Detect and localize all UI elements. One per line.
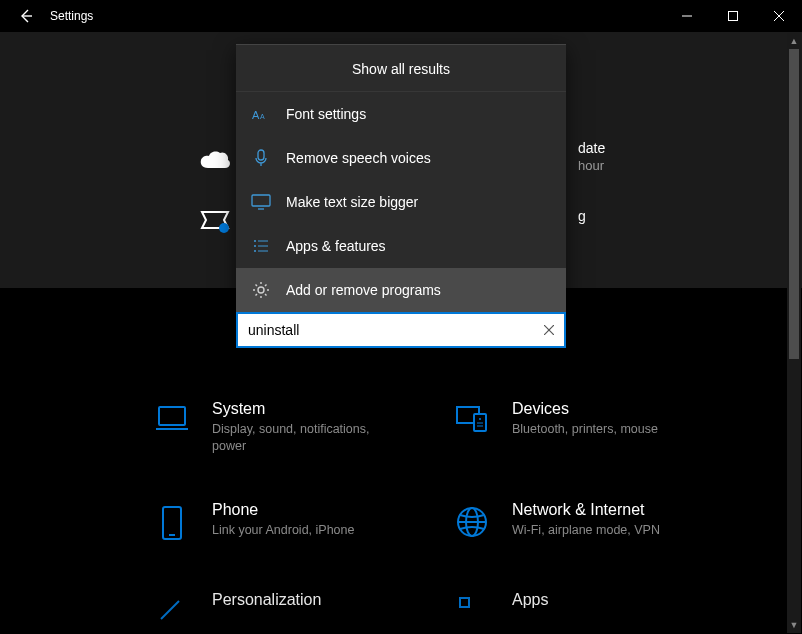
phone-icon [152,501,192,545]
titlebar: Settings [0,0,802,32]
tile-desc: Display, sound, notifications, power [212,421,392,455]
tile-phone[interactable]: Phone Link your Android, iPhone [152,501,452,545]
search-box[interactable] [236,312,566,348]
browsing-peek: g [578,208,586,224]
result-label: Make text size bigger [286,194,418,210]
laptop-icon [152,400,192,444]
svg-point-31 [479,418,481,420]
tile-desc: Link your Android, iPhone [212,522,354,539]
categories-grid: System Display, sound, notifications, po… [152,400,742,634]
back-button[interactable] [6,0,46,32]
mic-icon [250,147,272,169]
scroll-thumb[interactable] [789,49,799,359]
result-label: Font settings [286,106,366,122]
minimize-button[interactable] [664,0,710,32]
result-text-size[interactable]: Make text size bigger [236,180,566,224]
window-title: Settings [50,9,93,23]
onedrive-peek [198,148,232,170]
svg-rect-8 [252,195,270,206]
devices-icon [452,400,492,444]
tile-devices[interactable]: Devices Bluetooth, printers, mouse [452,400,752,455]
svg-text:A: A [260,113,265,120]
vertical-scrollbar[interactable]: ▲ ▼ [787,33,801,633]
maximize-icon [728,11,738,21]
font-icon: AA [250,103,272,125]
search-input[interactable] [238,322,534,338]
svg-rect-7 [258,150,264,160]
clear-search-button[interactable] [534,314,564,346]
maximize-button[interactable] [710,0,756,32]
result-remove-speech[interactable]: Remove speech voices [236,136,566,180]
show-all-results[interactable]: Show all results [236,45,566,92]
tile-label: Apps [512,591,548,609]
peek-text-3: g [578,208,586,224]
close-button[interactable] [756,0,802,32]
tile-desc: Wi-Fi, airplane mode, VPN [512,522,660,539]
tile-personalization[interactable]: Personalization [152,591,452,634]
svg-point-10 [254,240,256,242]
tile-network[interactable]: Network & Internet Wi-Fi, airplane mode,… [452,501,752,545]
tile-label: Personalization [212,591,321,609]
ribbon-icon [198,208,232,236]
tile-label: Phone [212,501,354,519]
settings-window: Settings date hour g S [0,0,802,634]
rewards-peek [198,208,232,239]
cloud-icon [198,148,232,170]
peek-text-2: hour [578,158,605,173]
svg-line-24 [256,294,258,296]
tile-desc: Bluetooth, printers, mouse [512,421,658,438]
svg-point-14 [254,250,256,252]
gear-icon [250,279,272,301]
close-icon [774,11,784,21]
x-icon [544,325,554,335]
monitor-icon [250,191,272,213]
tile-label: System [212,400,392,418]
svg-point-4 [219,223,229,233]
result-label: Apps & features [286,238,386,254]
tile-label: Devices [512,400,658,418]
result-apps-features[interactable]: Apps & features [236,224,566,268]
result-label: Remove speech voices [286,150,431,166]
svg-line-23 [265,285,267,287]
tile-label: Network & Internet [512,501,660,519]
svg-rect-39 [460,598,469,607]
svg-point-16 [258,287,264,293]
svg-rect-27 [159,407,185,425]
update-peek: date hour [578,140,605,173]
list-icon [250,235,272,257]
minimize-icon [682,11,692,21]
svg-rect-1 [729,12,738,21]
svg-point-12 [254,245,256,247]
globe-icon [452,501,492,545]
peek-text-1: date [578,140,605,156]
scroll-up-arrow-icon[interactable]: ▲ [787,33,801,49]
svg-line-21 [256,285,258,287]
result-add-remove-programs[interactable]: Add or remove programs [236,268,566,312]
scroll-down-arrow-icon[interactable]: ▼ [787,617,801,633]
svg-text:A: A [252,109,260,121]
svg-line-22 [265,294,267,296]
result-font-settings[interactable]: AA Font settings [236,92,566,136]
tile-apps[interactable]: Apps [452,591,752,634]
window-controls [664,0,802,32]
brush-icon [152,591,192,634]
back-arrow-icon [18,8,34,24]
result-label: Add or remove programs [286,282,441,298]
tile-system[interactable]: System Display, sound, notifications, po… [152,400,452,455]
search-results-dropdown: Show all results AA Font settings Remove… [236,44,566,348]
apps-icon [452,591,492,634]
